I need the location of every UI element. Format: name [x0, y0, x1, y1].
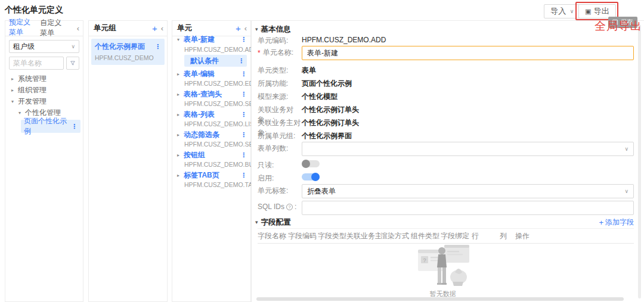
unit-item-table-search[interactable]: ▸ 表格-查询头 ⋮: [172, 89, 250, 99]
unit-item-tab-page[interactable]: ▸ 标签TAB页 ⋮: [172, 170, 250, 180]
more-icon[interactable]: ⋮: [240, 172, 247, 179]
unit-group-title: 单元组: [94, 23, 116, 33]
more-icon[interactable]: ⋮: [240, 36, 247, 43]
chevron-down-icon: ∨: [570, 5, 574, 18]
page-title: 个性化单元定义: [5, 5, 63, 15]
chevron-down-icon: ∨: [624, 146, 628, 152]
chevron-down-icon: ∨: [624, 188, 628, 194]
collapse-panel-icon[interactable]: ‹: [244, 24, 247, 32]
column-header: 行: [472, 231, 500, 241]
unit-item-dynamic-filter[interactable]: ▸ 动态筛选条 ⋮: [172, 129, 250, 140]
basic-info-title: 基本信息: [261, 24, 291, 35]
column-header: 操作: [515, 231, 539, 241]
unit-item-code: HPFM.CUSZ_DEMO.SEARCH: [184, 99, 250, 108]
unit-item-code: HPFM.CUSZ_DEMO.EDIT: [184, 79, 250, 88]
field-config-title: 字段配置: [261, 217, 291, 228]
column-header: 关联业务主对象: [346, 231, 380, 241]
enabled-toggle[interactable]: [302, 173, 320, 180]
tenant-level-select[interactable]: 租户级 ∨: [9, 40, 79, 53]
unit-item-name: 按钮组: [184, 150, 240, 160]
tree-item-label: 组织管理: [18, 85, 47, 95]
field-label: SQL IDs ? :: [258, 201, 302, 211]
unit-item-code: HPFM.CUSZ_DEMO.ADD: [184, 45, 250, 54]
unit-item-form-add[interactable]: ▾ 表单-新建 ⋮: [172, 34, 250, 45]
column-header: 列: [500, 231, 515, 241]
more-icon[interactable]: ⋮: [71, 123, 78, 130]
unit-item-name: 表单-编辑: [184, 69, 240, 79]
field-config-section-header[interactable]: ▾ 字段配置: [255, 216, 291, 228]
more-icon[interactable]: ⋮: [240, 111, 247, 119]
select-value: 折叠表单: [307, 186, 624, 197]
form-columns-select[interactable]: ∨: [302, 142, 634, 156]
menu-tabbar: 预定义菜单 自定义菜单 ‹: [5, 21, 83, 36]
add-unit-icon[interactable]: +: [236, 24, 241, 33]
tree-item-page-personalization-demo[interactable]: 页面个性化示例 ⋮: [21, 120, 80, 133]
help-icon[interactable]: ?: [286, 204, 293, 210]
tree-item-system[interactable]: ▸ 系统管理: [5, 73, 83, 85]
column-header: 字段编码: [288, 231, 318, 241]
form-row-related-object: 关联业务对象... : 个性化示例订单头: [258, 103, 634, 115]
toggle-knob: [302, 160, 310, 168]
filter-button[interactable]: [66, 57, 79, 70]
field-value: 个性化示例界面: [302, 129, 352, 141]
field-value: HPFM.CUSZ_DEMO.ADD: [302, 34, 386, 44]
add-unit-group-icon[interactable]: +: [152, 24, 157, 33]
more-icon[interactable]: ⋮: [240, 91, 247, 98]
tab-predefined-menu[interactable]: 预定义菜单: [9, 15, 35, 42]
add-field-button[interactable]: + 添加字段: [599, 216, 634, 228]
unit-group-item[interactable]: 个性化示例界面 ⋮ HPFM.CUSZ_DEMO: [91, 39, 165, 65]
field-label: *单元名称:: [258, 46, 302, 58]
column-header: 字段类型: [318, 231, 346, 241]
unit-child-default-condition[interactable]: 默认条件 ⋮: [184, 55, 247, 67]
empty-illustration: ?: [413, 242, 473, 287]
field-label: 启用:: [258, 172, 302, 183]
field-label: 单元标签:: [258, 184, 302, 196]
basic-info-section-header[interactable]: ▾ 基本信息: [255, 23, 291, 35]
tree-item-development[interactable]: ▾ 开发管理: [5, 96, 83, 107]
caret-right-icon: ▸: [176, 173, 181, 178]
unit-name-input[interactable]: [302, 46, 634, 60]
tab-custom-menu[interactable]: 自定义菜单: [40, 15, 66, 41]
unit-item-button-group[interactable]: ▸ 按钮组 ⋮: [172, 150, 250, 160]
tenant-level-value: 租户级: [13, 42, 71, 52]
form-row-unit-name: *单元名称:: [258, 46, 634, 61]
required-marker: *: [258, 49, 261, 57]
more-icon[interactable]: ⋮: [240, 131, 247, 139]
tree-item-label: 开发管理: [18, 96, 47, 107]
form-row-enabled: 启用:: [258, 172, 634, 183]
caret-right-icon: ▸: [10, 76, 15, 82]
readonly-toggle[interactable]: [302, 160, 320, 167]
collapse-panel-icon[interactable]: ‹: [161, 24, 163, 32]
vertical-scrollbar[interactable]: [638, 24, 641, 298]
more-icon[interactable]: ⋮: [154, 43, 161, 51]
tree-item-organization[interactable]: ▸ 组织管理: [5, 85, 83, 96]
more-icon[interactable]: ⋮: [238, 57, 244, 65]
menu-search-input[interactable]: [9, 57, 64, 70]
unit-item-code: HPFM.CUSZ_DEMO.TAB: [184, 180, 250, 189]
tree-item-label: 页面个性化示例: [24, 116, 71, 136]
caret-right-icon: ▸: [176, 112, 181, 117]
column-header: 组件类型: [411, 231, 441, 241]
horizontal-scrollbar[interactable]: [256, 297, 624, 301]
form-row-unit-group: 所属单元组: 个性化示例界面: [258, 129, 634, 141]
sql-ids-input[interactable]: [302, 201, 634, 215]
svg-text:?: ?: [423, 257, 426, 263]
caret-right-icon: ▸: [176, 152, 181, 158]
field-label: 模型来源:: [258, 90, 302, 102]
field-label-text: 单元名称:: [263, 48, 293, 58]
unit-item-table-list[interactable]: ▸ 表格-列表 ⋮: [172, 109, 250, 120]
filter-icon: [70, 60, 75, 67]
collapse-panel-icon[interactable]: ‹: [77, 24, 79, 32]
more-icon[interactable]: ⋮: [240, 151, 247, 159]
form-row-function: 所属功能: 页面个性化示例: [258, 77, 634, 89]
export-button-label: 导出: [593, 5, 609, 18]
form-row-unit-code: 单元编码: HPFM.CUSZ_DEMO.ADD: [258, 34, 634, 46]
unit-item-form-edit[interactable]: ▸ 表单-编辑 ⋮: [172, 69, 250, 79]
toggle-knob: [311, 173, 320, 181]
export-icon: ▣: [585, 5, 591, 18]
unit-tag-select[interactable]: 折叠表单 ∨: [302, 184, 634, 198]
more-icon[interactable]: ⋮: [240, 70, 247, 78]
global-export-annotation: 全局导出: [595, 18, 642, 34]
form-row-model-source: 模型来源: 个性化模型: [258, 90, 634, 102]
caret-right-icon: ▸: [176, 71, 181, 77]
